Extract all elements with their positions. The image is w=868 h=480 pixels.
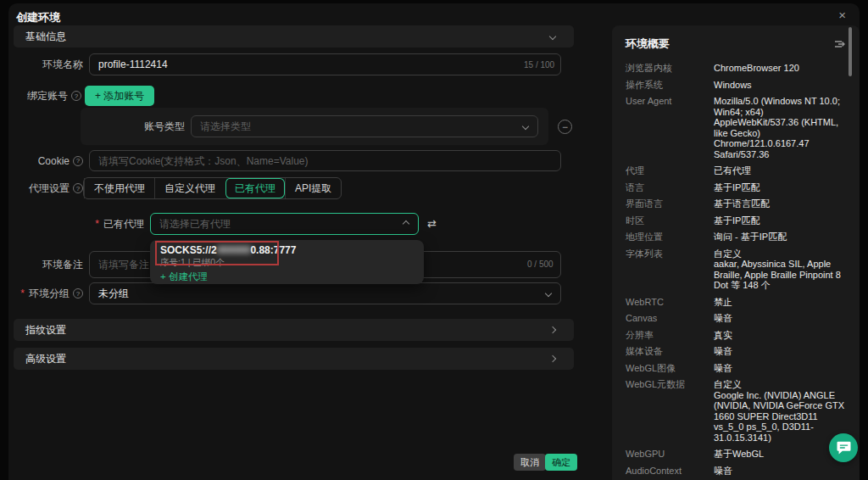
summary-row: 分辨率 真实	[626, 330, 846, 341]
summary-row: 操作系统 Windows	[626, 80, 846, 91]
account-type-select[interactable]: 请选择类型	[191, 115, 538, 137]
env-note-counter: 0 / 500	[527, 260, 554, 269]
modal-title: 创建环境	[16, 10, 60, 25]
chevron-down-icon	[549, 33, 556, 40]
required-asterisk: *	[20, 287, 25, 299]
create-environment-modal: 创建环境 × 基础信息 环境名称 15 / 100 绑定账号 ? + 添加账号 …	[8, 3, 860, 480]
chat-bubble-icon	[837, 441, 851, 455]
chevron-right-icon	[549, 355, 556, 362]
summary-row: WebGL图像 噪音	[626, 363, 846, 374]
chevron-down-icon	[545, 290, 552, 297]
env-group-label: * 环境分组 ?	[8, 282, 83, 304]
summary-row: Canvas 噪音	[626, 313, 846, 324]
remove-account-icon[interactable]: −	[558, 120, 572, 134]
summary-row: WebGL元数据 自定义 Google Inc. (NVIDIA) ANGLE …	[626, 379, 846, 443]
confirm-button[interactable]: 确定	[545, 454, 577, 471]
summary-row: 字体列表 自定义 aakar, Abyssinica SIL, Apple Br…	[626, 248, 846, 291]
bind-account-label: 绑定账号 ?	[8, 86, 81, 106]
cookie-input[interactable]	[89, 150, 561, 171]
summary-title: 环境概要	[626, 36, 670, 52]
env-name-input[interactable]	[89, 53, 561, 75]
proxy-mode-tab[interactable]: 已有代理	[225, 178, 285, 198]
section-basic-info[interactable]: 基础信息	[14, 25, 574, 47]
proxy-settings-label: 代理设置 ?	[8, 177, 83, 199]
close-icon[interactable]: ×	[838, 8, 846, 22]
existing-proxy-label: * 已有代理	[70, 213, 144, 235]
proxy-dropdown-panel: SOCKS5://200000000.88:7777 序号:1 | 已绑0个 +…	[150, 240, 424, 284]
env-note-label: 环境备注	[8, 251, 83, 278]
chevron-right-icon	[549, 327, 556, 333]
create-proxy-link[interactable]: + 创建代理	[160, 271, 208, 283]
env-name-label: 环境名称	[8, 53, 83, 75]
summary-row: 媒体设备 噪音	[626, 346, 846, 357]
swap-proxy-icon[interactable]: ⇄	[427, 217, 437, 230]
cancel-button[interactable]: 取消	[514, 454, 546, 471]
proxy-mode-tab[interactable]: 不使用代理	[84, 178, 154, 198]
summary-row: 地理位置 询问 - 基于IP匹配	[626, 232, 846, 243]
collapse-panel-icon[interactable]	[834, 39, 846, 49]
chevron-up-icon	[403, 220, 409, 227]
env-name-counter: 15 / 100	[524, 60, 554, 70]
scrollbar-thumb[interactable]	[849, 27, 852, 76]
summary-row: WebRTC 禁止	[626, 297, 846, 308]
required-asterisk: *	[95, 218, 99, 230]
summary-rows: 浏览器内核 ChromeBrowser 120 操作系统 Windows Use…	[626, 63, 846, 480]
summary-row: User Agent Mozilla/5.0 (Windows NT 10.0;…	[626, 96, 846, 159]
proxy-option[interactable]: SOCKS5://200000000.88:7777	[160, 244, 414, 256]
help-icon[interactable]: ?	[73, 288, 83, 299]
add-account-button[interactable]: + 添加账号	[85, 86, 154, 106]
help-icon[interactable]: ?	[73, 183, 83, 193]
summary-row: 时区 基于IP匹配	[626, 215, 846, 226]
summary-row: AudioContext 噪音	[626, 466, 846, 477]
help-icon[interactable]: ?	[71, 91, 81, 101]
summary-row: 浏览器内核 ChromeBrowser 120	[626, 63, 846, 74]
chat-widget-button[interactable]	[829, 433, 858, 462]
proxy-option-meta: 序号:1 | 已绑0个	[160, 257, 414, 269]
section-advanced[interactable]: 高级设置	[14, 348, 574, 370]
account-type-label: 账号类型	[110, 115, 185, 137]
environment-summary-panel: 环境概要 浏览器内核 ChromeBrowser 120 操作系统 Window…	[612, 25, 860, 480]
chevron-down-icon	[522, 123, 529, 130]
summary-row: 界面语言 基于语言匹配	[626, 198, 846, 209]
screen: 创建环境 × 基础信息 环境名称 15 / 100 绑定账号 ? + 添加账号 …	[0, 0, 868, 480]
redacted-ip: 0000000	[217, 244, 251, 256]
cookie-label: Cookie ?	[8, 150, 83, 171]
proxy-mode-tabs: 不使用代理自定义代理已有代理API提取	[83, 177, 342, 199]
summary-row: 代理 已有代理	[626, 165, 846, 176]
existing-proxy-select[interactable]: 请选择已有代理	[150, 213, 419, 235]
help-icon[interactable]: ?	[73, 156, 83, 166]
summary-row: WebGPU 基于WebGL	[626, 449, 846, 460]
summary-row: 语言 基于IP匹配	[626, 182, 846, 193]
section-fingerprint[interactable]: 指纹设置	[14, 319, 574, 341]
section-basic-label: 基础信息	[25, 30, 66, 44]
proxy-mode-tab[interactable]: API提取	[285, 178, 341, 198]
proxy-mode-tab[interactable]: 自定义代理	[154, 178, 225, 198]
env-group-select[interactable]: 未分组	[89, 282, 561, 304]
